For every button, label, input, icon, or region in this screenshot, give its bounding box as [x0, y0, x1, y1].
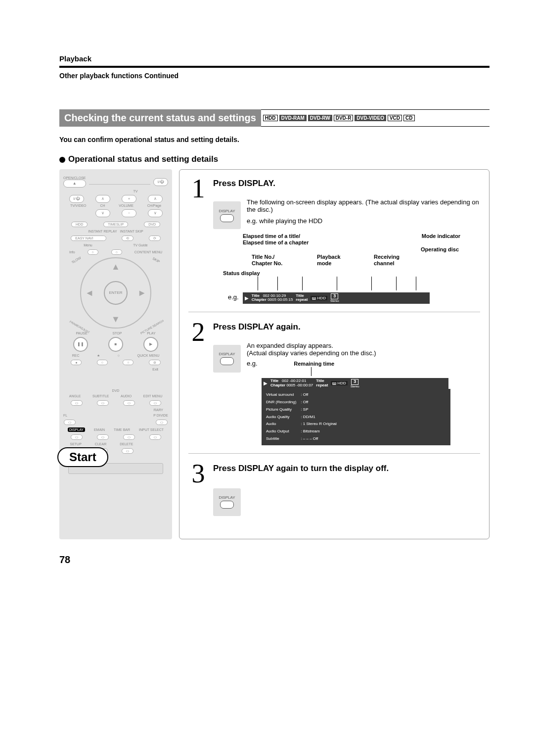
ch-up-button[interactable]: ∧ — [95, 195, 110, 203]
menu-button[interactable]: ○ — [88, 249, 98, 255]
step-1-annotations: Elapsed time of a title/ Elapsed time of… — [243, 233, 480, 266]
annot-status-display: Status display — [223, 270, 260, 276]
rule-thick — [59, 66, 490, 68]
expand-panel: Virtual surround: Off DNR (Recording): O… — [262, 389, 450, 445]
ep-r6-v: : – – – Off — [300, 436, 339, 442]
ep-r0-k: Virtual surround — [266, 392, 299, 398]
delete-button[interactable]: ⬭ — [122, 448, 134, 454]
s1-chap-val: 0005 — [267, 297, 276, 302]
s1-title-val: 002 — [263, 293, 269, 298]
fl-button[interactable]: ⬭ — [64, 420, 76, 425]
section-title: Playback — [59, 54, 490, 63]
easy-navi-button[interactable]: EASY NAVI — [71, 236, 106, 241]
dvd-button[interactable]: DVD — [144, 222, 160, 227]
menu-label: Menu — [84, 243, 92, 247]
angle-button[interactable]: ⬭ — [71, 400, 83, 406]
chap-divide-button[interactable]: ⬭ — [156, 420, 168, 425]
tv-guide-button[interactable]: ○ — [111, 249, 122, 255]
step-1-eg: e.g. — [228, 293, 239, 301]
badge-dvd-r: DVD-R — [334, 115, 354, 121]
nav-left-icon: ◄ — [85, 288, 94, 297]
s2-chap-time: -00:00:07 — [297, 383, 313, 387]
badge-vcd: VCD — [388, 115, 402, 121]
s1-disc: HDD — [317, 296, 326, 300]
s2-title-lbl: Title — [270, 378, 278, 383]
display-key-2: DISPLAY — [213, 345, 241, 373]
audio-button[interactable]: ⬭ — [123, 400, 135, 406]
edit-menu-button[interactable]: ⬭ — [149, 400, 161, 406]
vol-up-button[interactable]: ＋ — [122, 195, 136, 203]
tv-video-label: TV/VIDEO — [70, 204, 87, 207]
s2-title-val: 002 — [282, 378, 288, 383]
ep-r1-v: : Off — [300, 399, 339, 406]
ep-r4-v: : 1 Stereo R Original — [300, 421, 339, 427]
key-icon-3 — [220, 501, 234, 509]
quick-menu-button[interactable]: ⊘ — [149, 360, 161, 365]
badge-hdd: HDD — [263, 115, 278, 121]
badge-dvd-video: DVD-VIDEO — [355, 115, 386, 121]
rec-button[interactable]: ● — [71, 360, 82, 365]
tv-power-button[interactable]: I/⏻ — [69, 195, 84, 203]
page-up-button[interactable]: ∧ — [148, 195, 163, 203]
hdd-button[interactable]: HDD — [71, 222, 88, 227]
play-icon-2: ▶ — [264, 380, 267, 386]
ch-down-button[interactable]: ∨ — [95, 209, 110, 217]
display-key-1: DISPLAY — [213, 201, 241, 229]
annot-mode-indicator: Mode indicator — [374, 233, 480, 245]
s2-title-time: -00:22:01 — [290, 378, 307, 383]
annot-elapsed-chapter: Elapsed time of a chapter — [243, 239, 309, 245]
enter-button[interactable]: ENTER — [104, 281, 128, 305]
page-down-button[interactable]: ∨ — [148, 209, 163, 217]
power-button[interactable]: I/⏻ — [153, 178, 168, 186]
ep-r3-v: : DD/M1 — [300, 414, 339, 421]
display-key-2-label: DISPLAY — [219, 352, 235, 356]
remain-button[interactable]: ⬭ — [97, 434, 109, 440]
ep-r5-k: Audio Output — [266, 428, 299, 435]
rec-label: REC — [72, 354, 80, 357]
s1-stereo: Stereo — [330, 299, 339, 303]
pause-button[interactable]: ❚❚ — [73, 337, 88, 352]
step-3: 3 Press DISPLAY again to turn the displa… — [188, 462, 480, 516]
display-key-1-label: DISPLAY — [219, 209, 235, 213]
timeslip-button[interactable]: TIMESLIP — [103, 222, 128, 227]
open-close-label: OPEN/CLOSE — [63, 176, 86, 180]
s2-chap-lbl: Chapter — [270, 383, 285, 387]
tv-label: TV — [103, 189, 168, 193]
badge-dvd-rw: DVD-RW — [308, 115, 332, 121]
subtitle-button[interactable]: ⬭ — [97, 400, 109, 406]
step-separator-1 — [188, 312, 480, 312]
fav-button[interactable]: ○ — [97, 360, 108, 365]
stop-button[interactable]: ■ — [108, 337, 123, 352]
ch-page-label: CH/Page — [147, 204, 161, 207]
annot-elapsed-title: Elapsed time of a title/ — [243, 233, 300, 239]
s1-title-time: 00:10:29 — [270, 293, 286, 298]
s1-chap-time: 00:05:15 — [277, 297, 293, 302]
step-1-num: 1 — [188, 177, 208, 304]
opt-button[interactable]: ○ — [123, 360, 134, 365]
display-button[interactable]: ⬭ — [71, 434, 83, 440]
leader-lines-1 — [248, 277, 431, 290]
dvd-row-label: DVD — [63, 389, 168, 392]
play-icon: ▶ — [245, 295, 249, 301]
step-3-title: Press DISPLAY again to turn the display … — [213, 464, 480, 473]
subhead: Operational status and setting details — [59, 154, 490, 164]
vol-down-button[interactable]: － — [122, 209, 136, 217]
step-2-num: 2 — [188, 320, 208, 445]
angle-label: ANGLE — [69, 394, 81, 398]
time-bar-button[interactable]: ⬭ — [123, 434, 135, 440]
nav-pad[interactable]: ▲ ▼ ◄ ► ENTER — [80, 257, 151, 329]
audio-label: AUDIO — [121, 394, 132, 398]
ep-r1-k: DNR (Recording) — [266, 399, 299, 406]
input-select-label: INPUT SELECT — [139, 428, 164, 431]
instant-skip-button[interactable]: ⟳ — [149, 236, 161, 241]
instant-replay-button[interactable]: ⟲ — [122, 236, 134, 241]
quick-menu-label: QUICK MENU — [137, 354, 159, 357]
ep-r5-v: : Bitstream — [300, 428, 339, 435]
intro: You can confirm operational status and s… — [59, 136, 490, 143]
content-menu-label: CONTENT MENU — [134, 250, 162, 254]
eject-button[interactable]: ▲ — [63, 180, 86, 188]
play-button[interactable]: ▶ — [143, 337, 158, 352]
remote-control: OPEN/CLOSE ▲ I/⏻ TV I/⏻ ∧ ＋ ∧ TV/VIDEO C… — [59, 169, 172, 539]
input-select-button[interactable]: ⬭ — [149, 434, 161, 440]
edit-menu-label: EDIT MENU — [143, 394, 162, 398]
